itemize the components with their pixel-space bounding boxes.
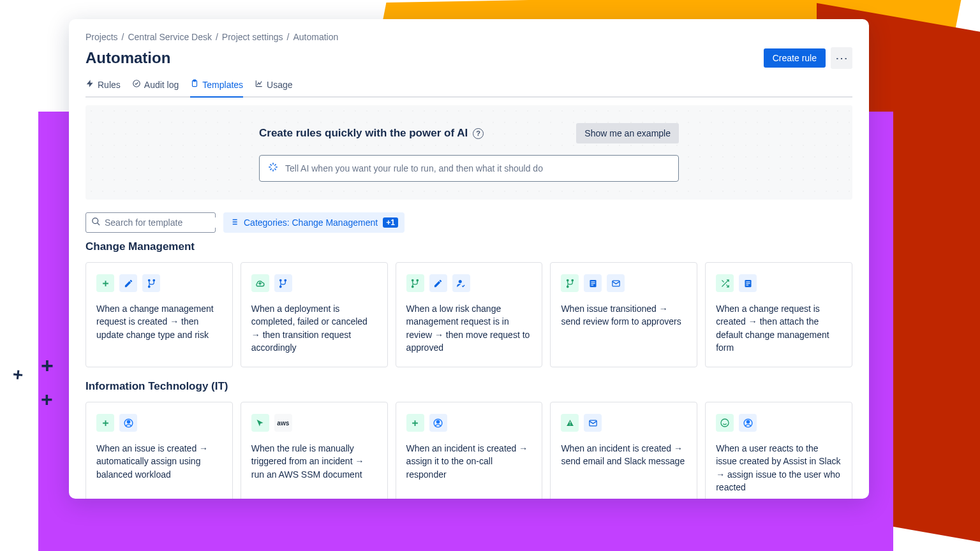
form-icon (739, 274, 757, 292)
breadcrumb-projects[interactable]: Projects (85, 32, 118, 42)
card-text: When a user reacts to the issue created … (716, 442, 842, 494)
cards-change: When a change management request is crea… (85, 262, 852, 367)
svg-point-16 (567, 286, 568, 288)
breadcrumb: Projects / Central Service Desk / Projec… (85, 32, 852, 42)
svg-point-5 (153, 279, 155, 281)
branch-icon (561, 274, 579, 292)
svg-point-13 (459, 279, 462, 283)
help-icon[interactable]: ? (473, 128, 484, 139)
list-icon (230, 217, 239, 228)
plus-icon (96, 414, 114, 432)
svg-point-14 (567, 279, 568, 281)
svg-point-6 (148, 286, 150, 288)
plus-icon (96, 274, 114, 292)
svg-point-9 (280, 286, 282, 288)
svg-point-31 (721, 419, 729, 427)
breadcrumb-project-settings[interactable]: Project settings (222, 32, 283, 42)
show-example-button[interactable]: Show me an example (576, 123, 679, 143)
tab-label: Rules (98, 80, 121, 90)
svg-point-33 (746, 420, 749, 423)
cards-it: When an issue is created → automatically… (85, 402, 852, 499)
template-card[interactable]: When an incident is created → assign it … (396, 402, 543, 499)
breadcrumb-separator: / (287, 32, 290, 42)
svg-point-4 (148, 279, 150, 281)
mail-icon (607, 274, 625, 292)
bolt-icon (85, 79, 94, 90)
svg-point-10 (412, 279, 414, 281)
template-card[interactable]: When a deployment is completed, failed o… (241, 262, 388, 367)
user-check-icon (452, 274, 470, 292)
category-badge: +1 (383, 217, 398, 228)
pencil-icon (429, 274, 447, 292)
user-circle-icon (739, 414, 757, 432)
breadcrumb-separator: / (122, 32, 124, 42)
tab-templates[interactable]: Templates (190, 75, 243, 98)
card-text: When an incident is created → assign it … (406, 442, 532, 481)
svg-rect-18 (591, 281, 595, 282)
cloud-icon (251, 274, 269, 292)
sparkle-icon (267, 161, 279, 175)
user-circle-icon (119, 414, 137, 432)
breadcrumb-automation[interactable]: Automation (293, 32, 338, 42)
ai-input-field[interactable] (285, 163, 671, 173)
card-text: When a change request is created → then … (716, 302, 842, 354)
tab-label: Audit log (144, 80, 179, 90)
card-text: When a change management request is crea… (96, 302, 222, 341)
template-card[interactable]: When a low risk change management reques… (396, 262, 543, 367)
template-card[interactable]: When a change management request is crea… (85, 262, 233, 367)
more-actions-button[interactable]: ⋯ (831, 47, 852, 69)
svg-point-11 (417, 279, 419, 281)
svg-rect-24 (746, 283, 750, 283)
svg-point-15 (572, 279, 574, 281)
card-text: When the rule is manually triggered from… (251, 442, 377, 481)
tabs: Rules Audit log Templates Usage (85, 75, 852, 98)
template-card[interactable]: When an issue is created → automatically… (85, 402, 233, 499)
card-text: When a deployment is completed, failed o… (251, 302, 377, 354)
template-card[interactable]: When an incident is created → send email… (550, 402, 697, 499)
card-text: When an incident is created → send email… (561, 442, 687, 468)
tab-rules[interactable]: Rules (85, 75, 121, 98)
breadcrumb-service-desk[interactable]: Central Service Desk (128, 32, 212, 42)
more-icon: ⋯ (835, 50, 848, 66)
template-card[interactable]: aws When the rule is manually triggered … (241, 402, 388, 499)
svg-point-27 (127, 420, 130, 423)
user-circle-icon (429, 414, 447, 432)
category-label: Categories: Change Management (244, 217, 378, 228)
section-title-change: Change Management (85, 240, 852, 253)
mail-icon (584, 414, 602, 432)
template-card[interactable]: When a change request is created → then … (705, 262, 852, 367)
branch-icon (142, 274, 160, 292)
create-rule-button[interactable]: Create rule (764, 48, 826, 68)
shuffle-icon (716, 274, 734, 292)
category-filter[interactable]: Categories: Change Management +1 (223, 212, 405, 233)
svg-point-7 (280, 279, 282, 281)
branch-icon (274, 274, 292, 292)
svg-point-29 (436, 420, 439, 423)
breadcrumb-separator: / (216, 32, 218, 42)
svg-rect-25 (746, 284, 748, 285)
pencil-icon (119, 274, 137, 292)
check-circle-icon (132, 79, 141, 90)
chart-icon (255, 79, 264, 90)
svg-rect-19 (591, 283, 595, 283)
search-icon (91, 217, 101, 229)
alert-icon (561, 414, 579, 432)
template-card[interactable]: When a user reacts to the issue created … (705, 402, 852, 499)
aws-icon: aws (274, 414, 292, 432)
card-text: When an issue is created → automatically… (96, 442, 222, 481)
svg-rect-23 (746, 281, 750, 282)
ai-panel: Create rules quickly with the power of A… (85, 105, 852, 200)
tab-label: Templates (202, 80, 243, 90)
svg-point-12 (412, 286, 414, 288)
tab-usage[interactable]: Usage (255, 75, 292, 98)
card-text: When issue transitioned → send review fo… (561, 302, 687, 328)
clipboard-icon (190, 79, 199, 90)
search-template[interactable] (85, 212, 216, 233)
ai-input[interactable] (259, 155, 679, 182)
tab-audit-log[interactable]: Audit log (132, 75, 179, 98)
app-window: Projects / Central Service Desk / Projec… (69, 19, 869, 499)
search-input[interactable] (105, 217, 216, 228)
smile-icon (716, 414, 734, 432)
branch-icon (406, 274, 424, 292)
template-card[interactable]: When issue transitioned → send review fo… (550, 262, 697, 367)
